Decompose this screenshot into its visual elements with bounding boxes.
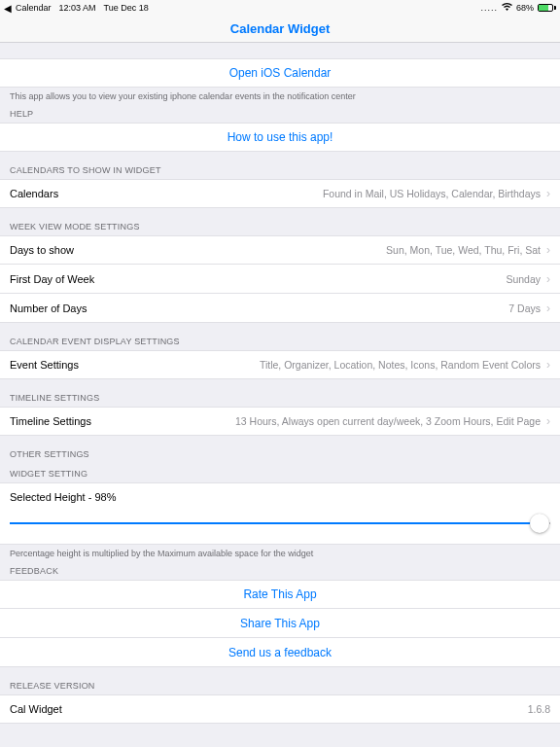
status-left: ◀ Calendar 12:03 AM Tue Dec 18 <box>4 3 149 14</box>
chevron-right-icon: › <box>546 243 550 257</box>
settings-scroll[interactable]: Open iOS Calendar This app allows you to… <box>0 43 560 747</box>
first-day-row[interactable]: First Day of Week Sunday › <box>0 265 560 294</box>
release-version-section-header: RELEASE VERSION <box>0 667 560 694</box>
chevron-right-icon: › <box>546 187 550 200</box>
days-to-show-row[interactable]: Days to show Sun, Mon, Tue, Wed, Thu, Fr… <box>0 235 560 265</box>
calendars-row[interactable]: Calendars Found in Mail, US Holidays, Ca… <box>0 179 560 208</box>
feedback-section-header: FEEDBACK <box>0 560 560 580</box>
days-to-show-label: Days to show <box>10 244 74 256</box>
slider-fill <box>10 522 540 524</box>
number-of-days-row[interactable]: Number of Days 7 Days › <box>0 294 560 323</box>
back-app-label[interactable]: Calendar <box>16 3 52 13</box>
how-to-use-button[interactable]: How to use this app! <box>0 123 560 152</box>
timeline-section-header: TIMELINE SETTINGS <box>0 379 560 407</box>
first-day-label: First Day of Week <box>10 273 94 285</box>
chevron-right-icon: › <box>546 414 550 428</box>
open-ios-calendar-label: Open iOS Calendar <box>229 66 332 80</box>
first-day-value: Sunday <box>506 273 541 285</box>
other-settings-section-header: OTHER SETTINGS <box>0 436 560 463</box>
back-caret-icon[interactable]: ◀ <box>4 3 12 14</box>
timeline-settings-value: 13 Hours, Always open current day/week, … <box>235 415 541 427</box>
height-slider-cell: Selected Height - 98% <box>0 482 560 545</box>
timeline-settings-row[interactable]: Timeline Settings 13 Hours, Always open … <box>0 407 560 436</box>
calendars-label: Calendars <box>10 188 58 199</box>
open-ios-calendar-button[interactable]: Open iOS Calendar <box>0 58 560 88</box>
page-title: Calendar Widget <box>230 21 330 36</box>
status-date: Tue Dec 18 <box>104 3 149 13</box>
event-settings-label: Event Settings <box>10 359 79 371</box>
share-app-label: Share This App <box>240 617 320 630</box>
event-display-section-header: CALENDAR EVENT DISPLAY SETTINGS <box>0 323 560 350</box>
send-feedback-label: Send us a feedback <box>228 646 332 659</box>
calendars-section-header: CALENDARS TO SHOW IN WIDGET <box>0 152 560 179</box>
slider-track <box>10 522 550 524</box>
release-name-label: Cal Widget <box>10 703 62 715</box>
slider-footer-text: Percentage height is multiplied by the M… <box>0 545 560 560</box>
battery-icon <box>538 4 556 12</box>
help-section-header: HELP <box>0 103 560 123</box>
release-version-value: 1.6.8 <box>528 703 550 715</box>
chevron-right-icon: › <box>546 302 550 315</box>
calendars-value: Found in Mail, US Holidays, Calendar, Bi… <box>323 188 541 199</box>
rate-app-button[interactable]: Rate This App <box>0 580 560 609</box>
status-right: ..... 68% <box>480 3 556 14</box>
status-bar: ◀ Calendar 12:03 AM Tue Dec 18 ..... 68% <box>0 0 560 16</box>
height-slider[interactable] <box>10 511 550 536</box>
week-view-section-header: WEEK VIEW MODE SETTINGS <box>0 208 560 235</box>
release-version-row: Cal Widget 1.6.8 <box>0 694 560 724</box>
selected-height-label: Selected Height - 98% <box>10 487 550 511</box>
app-description: This app allows you to view your existin… <box>0 88 560 103</box>
days-to-show-value: Sun, Mon, Tue, Wed, Thu, Fri, Sat <box>386 244 541 256</box>
number-of-days-value: 7 Days <box>508 302 541 314</box>
send-feedback-button[interactable]: Send us a feedback <box>0 638 560 667</box>
timeline-settings-label: Timeline Settings <box>10 415 91 427</box>
slider-thumb[interactable] <box>530 514 549 533</box>
event-settings-value: Title, Organizer, Location, Notes, Icons… <box>260 359 541 371</box>
chevron-right-icon: › <box>546 272 550 286</box>
wifi-icon <box>502 3 512 14</box>
nav-bar: Calendar Widget <box>0 16 560 43</box>
rate-app-label: Rate This App <box>243 587 316 601</box>
event-settings-row[interactable]: Event Settings Title, Organizer, Locatio… <box>0 350 560 379</box>
number-of-days-label: Number of Days <box>10 302 87 314</box>
widget-setting-section-header: WIDGET SETTING <box>0 463 560 482</box>
chevron-right-icon: › <box>546 358 550 372</box>
share-app-button[interactable]: Share This App <box>0 609 560 638</box>
battery-percent: 68% <box>516 3 534 13</box>
cellular-icon: ..... <box>480 3 498 13</box>
status-time: 12:03 AM <box>59 3 96 13</box>
how-to-use-label: How to use this app! <box>228 130 333 144</box>
